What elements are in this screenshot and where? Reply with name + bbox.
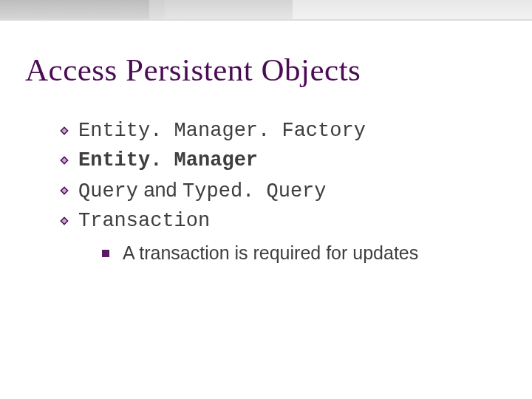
slide: Access Persistent Objects Entity. Manage… — [0, 0, 532, 399]
square-bullet-icon — [102, 250, 109, 257]
list-item: Query and Typed. Query — [59, 179, 502, 202]
list-item: Transaction — [59, 210, 502, 232]
list-item-text: Entity. Manager. Factory — [78, 120, 366, 142]
diamond-bullet-icon — [59, 216, 69, 226]
diamond-bullet-icon — [59, 126, 69, 136]
diamond-bullet-icon — [59, 155, 69, 166]
code-text: Typed. Query — [183, 180, 326, 202]
decoration-segment — [165, 0, 293, 19]
code-text: Query — [78, 180, 138, 202]
top-decoration-bar — [0, 0, 532, 19]
sub-list-item-text: A transaction is required for updates — [123, 242, 418, 264]
list-item-text: Transaction — [78, 210, 210, 232]
slide-title: Access Persistent Objects — [25, 52, 361, 88]
list-item-text: Query and Typed. Query — [78, 179, 327, 202]
decoration-segment — [0, 0, 149, 19]
content-area: Entity. Manager. Factory Entity. Manager… — [59, 120, 502, 264]
sub-list-item: A transaction is required for updates — [102, 242, 502, 264]
list-item: Entity. Manager. Factory — [59, 120, 502, 142]
diamond-bullet-icon — [59, 185, 69, 196]
list-item-text: Entity. Manager — [78, 149, 258, 171]
plain-text: and — [138, 179, 183, 201]
decoration-segment — [149, 0, 166, 19]
list-item: Entity. Manager — [59, 149, 502, 171]
decoration-segment — [293, 0, 532, 19]
